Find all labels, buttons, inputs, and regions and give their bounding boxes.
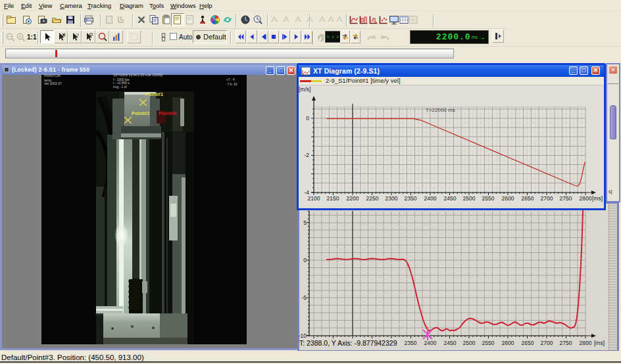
svg-text:?: ?	[76, 32, 79, 38]
